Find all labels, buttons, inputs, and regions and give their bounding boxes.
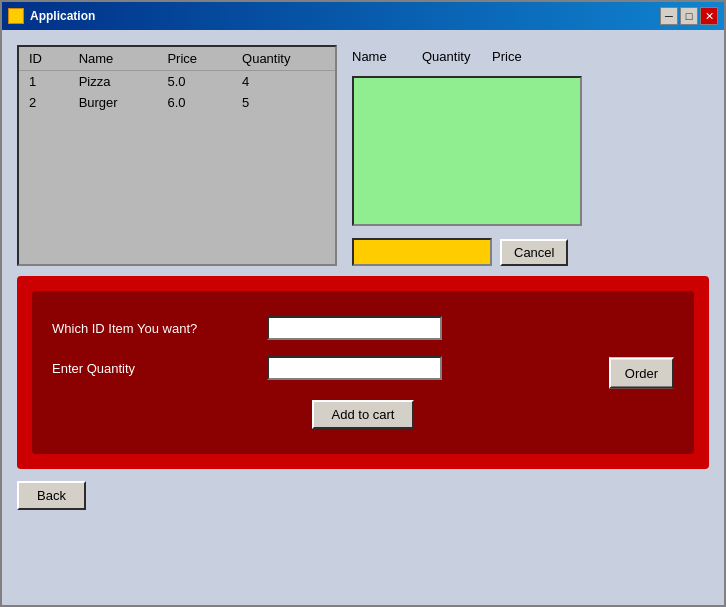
app-icon	[8, 8, 24, 24]
right-panel: Name Quantity Price Cancel	[352, 45, 709, 266]
table-row: 1Pizza5.04	[19, 71, 335, 93]
total-field	[352, 238, 492, 266]
add-to-cart-row: Add to cart	[52, 400, 674, 429]
items-table-container: ID Name Price Quantity 1Pizza5.042Burger…	[17, 45, 337, 266]
top-section: ID Name Price Quantity 1Pizza5.042Burger…	[17, 45, 709, 266]
col-id: ID	[19, 47, 69, 71]
minimize-button[interactable]: ─	[660, 7, 678, 25]
cell-quantity: 5	[232, 92, 335, 113]
cart-col-name: Name	[352, 49, 402, 64]
order-panel: Which ID Item You want? Enter Quantity A…	[32, 291, 694, 454]
bottom-section: Which ID Item You want? Enter Quantity A…	[17, 276, 709, 469]
window-title: Application	[30, 9, 95, 23]
cell-price: 6.0	[157, 92, 232, 113]
window-body: ID Name Price Quantity 1Pizza5.042Burger…	[2, 30, 724, 605]
cart-col-price: Price	[492, 49, 542, 64]
cell-quantity: 4	[232, 71, 335, 93]
title-bar-left: Application	[8, 8, 95, 24]
quantity-label: Enter Quantity	[52, 361, 252, 376]
add-to-cart-button[interactable]: Add to cart	[312, 400, 415, 429]
cart-bottom: Cancel	[352, 238, 709, 266]
title-controls: ─ □ ✕	[660, 7, 718, 25]
maximize-button[interactable]: □	[680, 7, 698, 25]
cell-id: 1	[19, 71, 69, 93]
qty-row: Enter Quantity	[52, 356, 674, 380]
table-row: 2Burger6.05	[19, 92, 335, 113]
cart-col-quantity: Quantity	[422, 49, 472, 64]
order-button[interactable]: Order	[609, 357, 674, 388]
id-input[interactable]	[267, 316, 442, 340]
cart-headers: Name Quantity Price	[352, 45, 709, 68]
col-price: Price	[157, 47, 232, 71]
id-item-label: Which ID Item You want?	[52, 321, 252, 336]
items-table: ID Name Price Quantity 1Pizza5.042Burger…	[19, 47, 335, 113]
cart-display	[352, 76, 582, 226]
back-button[interactable]: Back	[17, 481, 86, 510]
col-name: Name	[69, 47, 158, 71]
table-header-row: ID Name Price Quantity	[19, 47, 335, 71]
cell-id: 2	[19, 92, 69, 113]
cell-price: 5.0	[157, 71, 232, 93]
cancel-button[interactable]: Cancel	[500, 239, 568, 266]
col-quantity: Quantity	[232, 47, 335, 71]
title-bar: Application ─ □ ✕	[2, 2, 724, 30]
main-window: Application ─ □ ✕ ID Name Price Quantity	[0, 0, 726, 607]
cell-name: Burger	[69, 92, 158, 113]
id-row: Which ID Item You want?	[52, 316, 674, 340]
close-button[interactable]: ✕	[700, 7, 718, 25]
cell-name: Pizza	[69, 71, 158, 93]
quantity-input[interactable]	[267, 356, 442, 380]
